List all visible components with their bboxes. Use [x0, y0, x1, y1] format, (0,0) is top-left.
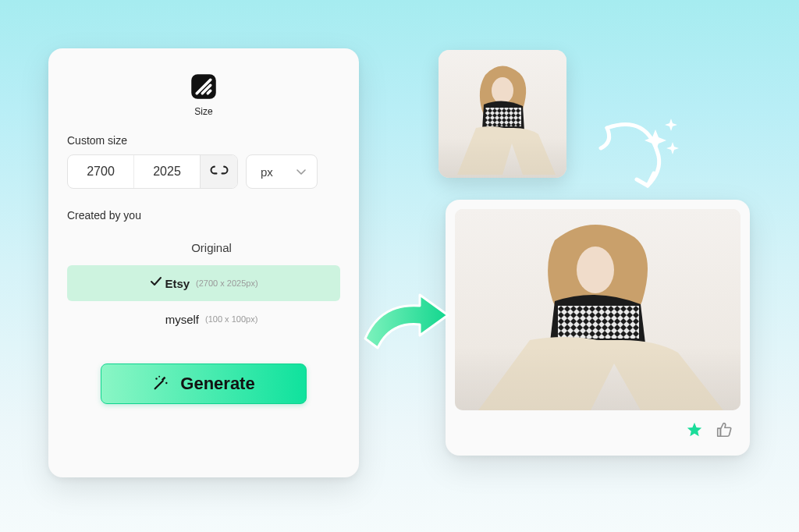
unit-dropdown[interactable]: px: [246, 154, 318, 189]
result-image: [455, 209, 740, 410]
height-input[interactable]: [134, 155, 200, 188]
arrow-curve-icon: [587, 111, 680, 204]
svg-point-4: [492, 77, 513, 104]
preset-list: Original Etsy (2700 x 2025px) myself (10…: [67, 229, 340, 337]
wand-icon: [152, 374, 169, 394]
chevron-down-icon: [297, 165, 306, 179]
favorite-button[interactable]: [686, 421, 703, 442]
size-icon: [186, 69, 222, 105]
preset-dimensions: (2700 x 2025px): [196, 278, 258, 288]
check-icon: [150, 275, 162, 291]
result-actions: [455, 410, 740, 452]
dimension-row: px: [67, 154, 340, 189]
preset-name: myself: [165, 313, 199, 326]
dimension-group: [67, 154, 238, 189]
size-panel: Size Custom size px Created by yo: [48, 48, 359, 477]
generate-label: Generate: [180, 374, 254, 394]
aspect-lock-toggle[interactable]: [200, 155, 237, 188]
svg-rect-5: [485, 108, 521, 126]
generate-button[interactable]: Generate: [101, 364, 307, 404]
created-by-label: Created by you: [67, 209, 340, 222]
preset-original[interactable]: Original: [67, 229, 340, 265]
result-card: [446, 200, 750, 456]
svg-point-1: [156, 378, 158, 379]
source-thumbnail: [439, 50, 566, 178]
sparkles-icon: [637, 115, 684, 162]
thumbnail-image: [439, 50, 566, 178]
unit-label: px: [261, 165, 273, 179]
arrow-right-icon: [359, 284, 453, 354]
width-input[interactable]: [68, 155, 133, 188]
svg-point-2: [165, 381, 167, 383]
svg-rect-8: [558, 306, 639, 339]
custom-size-label: Custom size: [67, 134, 340, 147]
preset-name: Etsy: [165, 277, 190, 290]
preset-myself[interactable]: myself (100 x 100px): [67, 301, 340, 337]
preset-dimensions: (100 x 100px): [205, 314, 257, 324]
like-button[interactable]: [716, 421, 733, 442]
star-icon: [686, 421, 703, 438]
svg-point-3: [158, 375, 160, 377]
preset-etsy[interactable]: Etsy (2700 x 2025px): [67, 265, 340, 301]
link-icon: [208, 165, 230, 179]
svg-point-7: [577, 246, 614, 293]
panel-header: Size: [67, 69, 340, 117]
preset-name: Original: [191, 241, 232, 254]
panel-title: Size: [194, 106, 212, 117]
thumbs-up-icon: [716, 421, 733, 438]
